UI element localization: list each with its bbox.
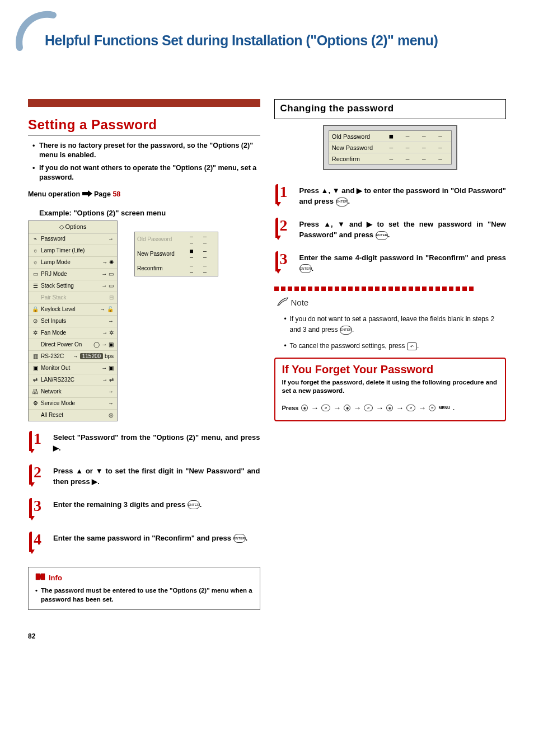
page-title: Helpful Functions Set during Installatio… xyxy=(28,11,506,49)
note-label: Note xyxy=(291,298,309,307)
pw-value: – – – – xyxy=(184,233,216,246)
info-box: Info The password must be entered to use… xyxy=(28,567,260,610)
step-number: 2 xyxy=(28,463,47,486)
up-triangle-icon: ▲ xyxy=(321,186,329,196)
lamp-icon: ☼ xyxy=(32,259,39,266)
left-column: Setting a Password There is no factory p… xyxy=(28,99,260,610)
info-text: The password must be entered to use the … xyxy=(35,586,253,604)
right-triangle-icon: ▶ xyxy=(53,443,59,454)
pw-value: ■ – – – xyxy=(184,248,216,260)
enter-button-icon: ⏎ xyxy=(321,405,330,411)
pw-label: Reconfirm xyxy=(137,265,184,271)
password-panel-left: Old Password– – – – New Password■ – – – … xyxy=(134,232,218,276)
section-title-setting-password: Setting a Password xyxy=(28,117,260,133)
lamp-icon: ☼ xyxy=(32,247,39,254)
step-2: 2 Press ▲ or ▼ to set the first digit in… xyxy=(28,466,260,487)
right-triangle-icon: ▶ xyxy=(357,186,362,196)
step-number: 3 xyxy=(28,497,47,519)
osd-item: 🔒Keylock Level→ 🔓 xyxy=(29,304,117,316)
osd-item: ⌁Password→ xyxy=(29,233,117,245)
pw-value: ■ – – – xyxy=(388,133,448,140)
forget-subtitle: If you forget the password, delete it us… xyxy=(282,378,499,396)
step-number: 3 xyxy=(274,250,293,273)
key-icon: ⌁ xyxy=(32,236,39,242)
forget-password-box: If You Forget Your Password If you forge… xyxy=(274,358,507,421)
pw-label: Old Password xyxy=(332,133,388,140)
enter-button-icon: ENTER xyxy=(376,231,388,240)
bullet: If you do not want others to operate the… xyxy=(32,163,260,182)
forget-sequence: Press ⏻→ ⏎→ ⏻→ ⏎→ ⏻→ ⏎→ ☰MENU. xyxy=(282,403,499,412)
note-item: If you do not want to set a password, le… xyxy=(284,314,507,335)
rule xyxy=(28,135,260,135)
standby-on-icon: ⏻ xyxy=(344,405,350,411)
osd-item: ☼Lamp Timer (Life) xyxy=(29,245,117,257)
step-1: 1 Select "Password" from the "Options (2… xyxy=(28,433,260,454)
osd-item: ⊙Set Inputs→ xyxy=(29,316,117,327)
page-number: 82 xyxy=(28,632,506,640)
step-number: 2 xyxy=(274,217,293,239)
down-triangle-icon: ▼ xyxy=(332,186,340,196)
osd-header: ◇ Options xyxy=(29,221,117,233)
step-1: 1 Press ▲, ▼ and ▶ to enter the password… xyxy=(274,186,507,207)
enter-button-icon: ENTER xyxy=(336,198,348,206)
up-triangle-icon: ▲ xyxy=(324,219,331,230)
example-label: Example: "Options (2)" screen menu xyxy=(39,209,260,217)
osd-item: ⚙Service Mode→ xyxy=(29,398,117,410)
enter-button-icon: ENTER xyxy=(188,500,200,509)
enter-button-icon: ENTER xyxy=(340,326,352,335)
serial-icon: ▥ xyxy=(32,353,39,360)
lan-icon: ⇄ xyxy=(32,377,39,383)
down-triangle-icon: ▼ xyxy=(338,219,345,230)
osd-item: ▭PRJ Mode→ ▭ xyxy=(29,269,117,280)
network-icon: 品 xyxy=(32,388,39,395)
osd-options-menu: ◇ Options ⌁Password→ ☼Lamp Timer (Life) … xyxy=(28,220,118,421)
right-triangle-icon: ▶ xyxy=(92,477,97,487)
pw-label: New Password xyxy=(332,144,388,151)
diamond-icon: ◇ xyxy=(59,223,64,230)
standby-on-icon: ⏻ xyxy=(386,405,393,411)
service-icon: ⚙ xyxy=(32,400,39,407)
subsection-title: Changing the password xyxy=(280,103,500,114)
pw-label: Old Password xyxy=(137,236,184,242)
pw-value: – – – – xyxy=(184,262,216,275)
pw-label: Reconfirm xyxy=(332,156,388,162)
intro-bullets: There is no factory preset for the passw… xyxy=(28,141,260,182)
lock-icon: 🔒 xyxy=(32,306,39,313)
standby-on-icon: ⏻ xyxy=(301,405,308,411)
up-triangle-icon: ▲ xyxy=(76,466,83,477)
section-bar xyxy=(28,99,260,107)
page-label: Page xyxy=(94,190,111,198)
step-number: 1 xyxy=(28,430,47,452)
osd-item: ☼Lamp Mode→ ✺ xyxy=(29,257,117,269)
menu-operation-line: Menu operation Page 58 xyxy=(28,190,260,199)
info-label: Info xyxy=(49,574,62,582)
pencil-icon xyxy=(277,297,289,308)
book-icon xyxy=(35,573,45,583)
arrow-icon xyxy=(82,190,92,199)
osd-item-disabled: Pair Stack⊟ xyxy=(29,292,117,304)
fan-icon: ✲ xyxy=(32,330,39,336)
forget-title: If You Forget Your Password xyxy=(282,363,499,376)
prj-icon: ▭ xyxy=(32,271,39,278)
pw-label: New Password xyxy=(137,251,184,257)
changing-password-header: Changing the password xyxy=(274,99,507,119)
page-number-ref: 58 xyxy=(113,190,120,198)
enter-button-icon: ⏎ xyxy=(364,405,373,411)
enter-button-icon: ⏎ xyxy=(406,405,415,411)
osd-title: Options xyxy=(65,223,87,230)
right-column: Changing the password Old Password■ – – … xyxy=(274,99,507,610)
step-3: 3 Enter the remaining 3 digits and press… xyxy=(28,500,260,521)
dotted-separator xyxy=(274,287,507,292)
down-triangle-icon: ▼ xyxy=(96,466,103,477)
page-header: Helpful Functions Set during Installatio… xyxy=(28,11,506,49)
undo-button-icon: ↶ xyxy=(407,342,417,350)
osd-item: ⇄LAN/RS232C→ ⇄ xyxy=(29,374,117,386)
note-header: Note xyxy=(277,297,507,308)
step-number: 4 xyxy=(28,530,47,553)
monitor-icon: ▣ xyxy=(32,365,39,372)
stack-icon: ☰ xyxy=(32,283,39,289)
menu-button-icon: ☰ xyxy=(429,405,435,411)
enter-button-icon: ENTER xyxy=(233,534,246,543)
right-triangle-icon: ▶ xyxy=(367,219,372,230)
password-panel-right: Old Password■ – – – New Password– – – – … xyxy=(323,125,457,170)
